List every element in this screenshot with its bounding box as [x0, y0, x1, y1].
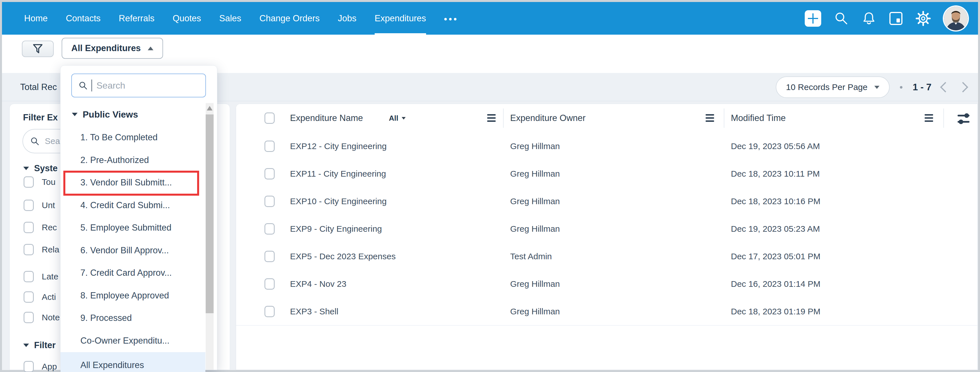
nav-tab-expenditures[interactable]: Expenditures	[375, 2, 426, 35]
checkbox[interactable]	[24, 312, 34, 323]
public-views-group-header[interactable]: Public Views	[72, 108, 138, 121]
calendar-icon[interactable]	[889, 12, 902, 25]
column-header-modified-time[interactable]: Modified Time	[731, 104, 786, 132]
nav-tab-sales[interactable]: Sales	[219, 2, 242, 35]
checkbox[interactable]	[24, 271, 34, 282]
row-checkbox[interactable]	[264, 168, 275, 180]
cell-owner: Greg Hillman	[510, 297, 560, 325]
view-option-3-vendor-bill-submitt[interactable]: 3. Vendor Bill Submitt...	[60, 172, 205, 194]
filter-option-rela[interactable]: Rela	[24, 243, 59, 256]
row-checkbox[interactable]	[264, 306, 275, 317]
column-header-expenditure-owner[interactable]: Expenditure Owner	[510, 104, 585, 132]
nav-tab-home[interactable]: Home	[24, 2, 48, 35]
row-checkbox[interactable]	[264, 141, 275, 152]
view-option-9-processed[interactable]: 9. Processed	[60, 307, 205, 329]
view-option-6-vendor-bill-approv[interactable]: 6. Vendor Bill Approv...	[60, 239, 205, 262]
nav-tab-jobs[interactable]: Jobs	[338, 2, 356, 35]
select-all-checkbox[interactable]	[264, 113, 275, 124]
checkbox[interactable]	[24, 222, 34, 233]
table-row[interactable]: EXP4 - Nov 23Greg HillmanDec 16, 2023 01…	[236, 270, 977, 298]
cell-owner: Greg Hillman	[510, 215, 560, 243]
row-checkbox[interactable]	[264, 223, 275, 235]
cell-modified: Dec 17, 2023 05:01 PM	[731, 243, 820, 270]
checkbox-label: Late	[42, 272, 58, 281]
column-menu-icon[interactable]	[706, 114, 714, 122]
filter-option-acti[interactable]: Acti	[24, 291, 56, 304]
cell-name[interactable]: EXP11 - City Engineering	[290, 160, 386, 188]
previous-page-button[interactable]	[940, 82, 951, 92]
column-menu-icon[interactable]	[487, 114, 496, 122]
filter-option-late[interactable]: Late	[24, 270, 58, 283]
scrollbar-thumb[interactable]	[206, 114, 213, 313]
checkbox[interactable]	[24, 200, 34, 211]
cell-name[interactable]: EXP3 - Shell	[290, 297, 338, 325]
sidebar-section-system[interactable]: Syste	[23, 162, 58, 175]
dropdown-scrollbar[interactable]	[206, 103, 213, 370]
table-row[interactable]: EXP11 - City EngineeringGreg HillmanDec …	[236, 160, 977, 188]
filter-option-app[interactable]: App	[24, 360, 57, 372]
table-row[interactable]: EXP12 - City EngineeringGreg HillmanDec …	[236, 132, 977, 161]
nav-tab-quotes[interactable]: Quotes	[173, 2, 201, 35]
view-option-5-employee-submitted[interactable]: 5. Employee Submitted	[60, 217, 205, 239]
nav-tab-referrals[interactable]: Referrals	[119, 2, 154, 35]
nav-tab-change-orders[interactable]: Change Orders	[259, 2, 320, 35]
dropdown-search-box[interactable]	[71, 73, 206, 97]
checkbox[interactable]	[24, 244, 34, 255]
filter-option-rec[interactable]: Rec	[24, 221, 57, 234]
cell-name[interactable]: EXP4 - Nov 23	[290, 270, 346, 297]
table-row[interactable]: EXP10 - City EngineeringGreg HillmanDec …	[236, 188, 977, 216]
column-menu-icon[interactable]	[924, 114, 933, 122]
cell-name[interactable]: EXP5 - Dec 2023 Expenses	[290, 243, 396, 270]
table-row[interactable]: EXP5 - Dec 2023 ExpensesTest AdminDec 17…	[236, 243, 977, 270]
row-checkbox[interactable]	[264, 278, 275, 289]
user-avatar[interactable]	[944, 6, 968, 30]
view-option-8-employee-approved[interactable]: 8. Employee Approved	[60, 285, 205, 307]
manage-columns-icon[interactable]	[958, 112, 970, 127]
checkbox[interactable]	[24, 291, 34, 303]
cell-name[interactable]: EXP12 - City Engineering	[290, 132, 387, 160]
cell-name[interactable]: EXP9 - City Engineering	[290, 215, 382, 243]
cell-owner: Test Admin	[510, 243, 552, 270]
records-per-page-selector[interactable]: 10 Records Per Page	[776, 76, 890, 98]
cell-owner: Greg Hillman	[510, 160, 560, 188]
add-record-button[interactable]	[805, 10, 821, 27]
settings-gear-icon[interactable]	[916, 11, 931, 26]
search-icon[interactable]	[834, 11, 848, 25]
cell-modified: Dec 19, 2023 05:23 AM	[731, 215, 820, 243]
notifications-bell-icon[interactable]	[862, 11, 876, 26]
table-row[interactable]: EXP9 - City EngineeringGreg HillmanDec 1…	[236, 215, 977, 243]
collapse-triangle-icon	[23, 167, 29, 170]
column-filter-all[interactable]: All	[389, 104, 406, 132]
view-option-all-expenditures[interactable]: All Expenditures	[60, 352, 205, 372]
collapse-triangle-icon	[72, 113, 78, 116]
cell-owner: Greg Hillman	[510, 188, 560, 215]
view-option-co-owner-expenditu[interactable]: Co-Owner Expenditu...	[60, 330, 205, 352]
nav-more-button[interactable]	[444, 2, 457, 35]
row-checkbox[interactable]	[264, 251, 275, 262]
checkbox[interactable]	[24, 176, 34, 188]
total-records-label: Total Rec	[20, 73, 57, 102]
expenditures-table: Expenditure Name All Expenditure Owner M…	[236, 103, 978, 370]
cell-modified: Dec 18, 2023 10:11 PM	[731, 160, 820, 188]
topbar-icons	[805, 2, 968, 35]
view-option-2-pre-authorized[interactable]: 2. Pre-Authorized	[60, 149, 205, 171]
dropdown-search-input[interactable]	[96, 80, 199, 91]
checkbox[interactable]	[24, 361, 34, 372]
column-header-expenditure-name[interactable]: Expenditure Name	[290, 104, 363, 132]
sidebar-section-filter[interactable]: Filter	[23, 339, 56, 351]
filter-option-tou[interactable]: Tou	[24, 175, 56, 189]
filter-option-unt[interactable]: Unt	[24, 199, 55, 212]
view-option-7-credit-card-approv[interactable]: 7. Credit Card Approv...	[60, 262, 205, 284]
cell-owner: Greg Hillman	[510, 270, 560, 297]
view-option-4-credit-card-submi[interactable]: 4. Credit Card Submi...	[60, 194, 205, 216]
row-checkbox[interactable]	[264, 196, 275, 207]
filter-option-note[interactable]: Note	[24, 311, 60, 324]
nav-tab-contacts[interactable]: Contacts	[66, 2, 100, 35]
filter-button[interactable]	[22, 41, 54, 57]
cell-name[interactable]: EXP10 - City Engineering	[290, 188, 387, 215]
checkbox-label: Rela	[42, 245, 59, 254]
view-option-1-to-be-completed[interactable]: 1. To Be Completed	[60, 126, 205, 148]
next-page-button[interactable]	[958, 82, 968, 92]
table-row[interactable]: EXP3 - ShellGreg HillmanDec 18, 2023 01:…	[236, 297, 977, 326]
view-selector-button[interactable]: All Expenditures	[62, 38, 163, 59]
